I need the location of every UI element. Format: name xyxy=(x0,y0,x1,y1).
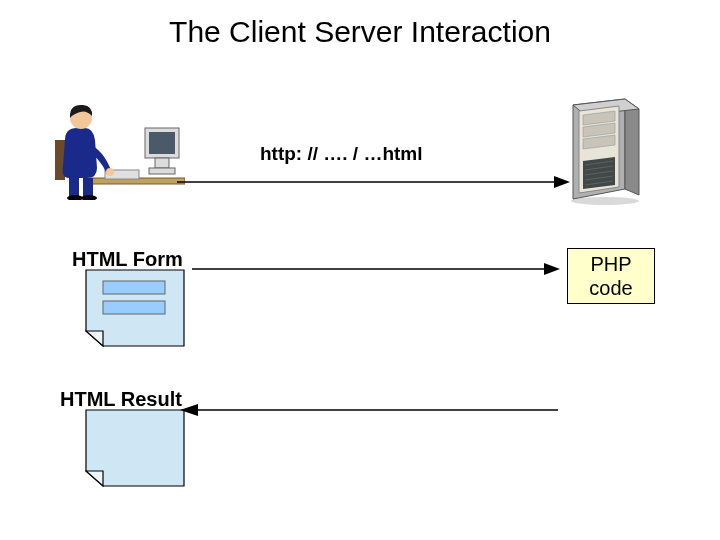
svg-rect-4 xyxy=(155,158,169,168)
html-result-label: HTML Result xyxy=(60,388,182,411)
svg-marker-32 xyxy=(544,263,560,275)
svg-rect-30 xyxy=(103,301,165,314)
svg-point-26 xyxy=(571,197,639,205)
svg-rect-8 xyxy=(69,178,79,196)
html-form-label: HTML Form xyxy=(72,248,183,271)
client-person-at-computer-icon xyxy=(55,100,185,200)
svg-marker-14 xyxy=(625,99,639,195)
svg-point-7 xyxy=(106,168,114,176)
arrow-form-to-server-icon xyxy=(190,259,560,279)
http-request-label: http: // …. / …html xyxy=(260,143,423,165)
slide-title: The Client Server Interaction xyxy=(0,15,720,49)
arrow-client-to-server-icon xyxy=(175,172,570,192)
svg-marker-28 xyxy=(554,176,570,188)
svg-marker-34 xyxy=(180,404,198,416)
svg-rect-29 xyxy=(103,281,165,294)
html-form-document-icon xyxy=(85,269,185,347)
php-line-1: PHP xyxy=(590,252,631,276)
php-line-2: code xyxy=(589,276,632,300)
arrow-server-to-result-icon xyxy=(180,400,560,420)
php-code-box: PHP code xyxy=(567,248,655,304)
html-result-document-icon xyxy=(85,409,185,487)
svg-rect-3 xyxy=(149,132,175,154)
svg-rect-9 xyxy=(83,178,93,196)
svg-rect-5 xyxy=(149,168,175,174)
